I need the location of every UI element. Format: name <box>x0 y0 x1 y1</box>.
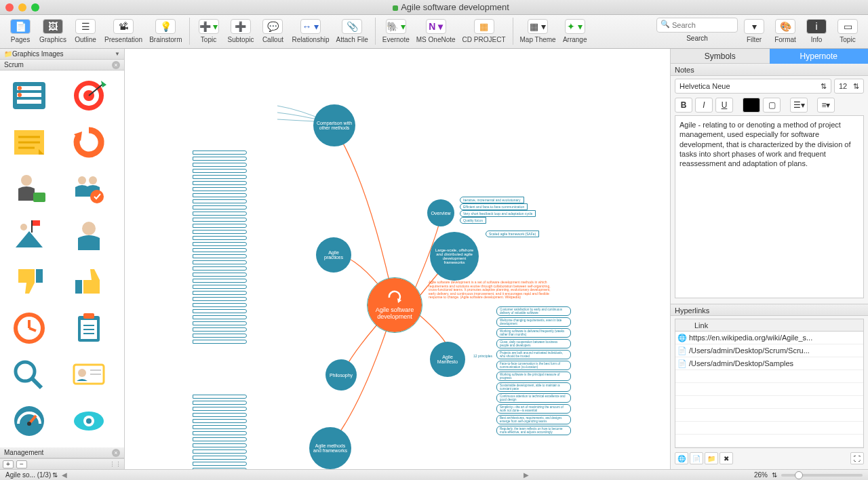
text-color-button[interactable] <box>743 98 760 113</box>
leaf-item[interactable] <box>193 449 247 454</box>
outline-button[interactable]: ☰Outline <box>71 18 100 45</box>
close-window-button[interactable] <box>5 3 14 12</box>
leaf-item[interactable] <box>193 273 247 277</box>
leaf-item[interactable] <box>193 199 247 203</box>
page-indicator[interactable]: Agile so... (1/3) <box>5 471 51 479</box>
manifesto-item[interactable]: Regularly, the team reflects on how to b… <box>496 426 571 435</box>
management-section[interactable]: Management× <box>0 447 124 458</box>
presentation-button[interactable]: 📽Presentation <box>102 18 145 45</box>
link-web-button[interactable]: 🌐 <box>675 452 688 464</box>
fill-color-button[interactable]: ▢ <box>763 98 781 113</box>
graphics-button[interactable]: 🖼Graphics <box>37 18 69 45</box>
link-folder-button[interactable]: 📁 <box>705 452 718 464</box>
checklist-icon[interactable] <box>5 76 53 115</box>
manifesto-item[interactable]: Welcome changing requirements, even in l… <box>496 317 571 327</box>
leaf-item[interactable] <box>193 468 247 469</box>
leaf-item[interactable] <box>193 303 247 307</box>
list-button[interactable]: ☰▾ <box>790 98 808 113</box>
leaf-item[interactable] <box>193 230 247 234</box>
arrange-button[interactable]: ✦ ▾Arrange <box>560 18 590 45</box>
largescale-node[interactable]: Large-scale, offshore and distributed ag… <box>430 232 479 281</box>
leaf-item[interactable] <box>193 163 247 167</box>
overview-item[interactable]: Efficient and face-to-face communication <box>460 203 528 210</box>
leaf-item[interactable] <box>193 456 247 460</box>
thumbs-down-icon[interactable] <box>5 262 53 301</box>
link-file-button[interactable]: 📄 <box>690 452 703 464</box>
manifesto-item[interactable]: Face-to-face conversation is the best fo… <box>496 361 571 370</box>
user-icon[interactable] <box>65 216 113 255</box>
leaf-item[interactable] <box>193 212 247 216</box>
clipboard-icon[interactable] <box>65 308 113 348</box>
leaf-item[interactable] <box>193 205 247 209</box>
sticky-note-icon[interactable] <box>5 123 53 162</box>
scrum-section[interactable]: Scrum× <box>0 60 124 71</box>
leaf-item[interactable] <box>193 242 247 246</box>
manifesto-item[interactable]: Projects are built around motivated indi… <box>496 350 571 359</box>
close-section-icon[interactable]: × <box>112 449 120 457</box>
leaf-item[interactable] <box>193 218 247 222</box>
leaf-item[interactable] <box>193 401 247 405</box>
maptheme-button[interactable]: ▦ ▾Map Theme <box>517 18 559 45</box>
evernote-button[interactable]: 🐘 ▾Evernote <box>380 18 412 45</box>
leaf-item[interactable] <box>193 297 247 301</box>
font-select[interactable]: Helvetica Neue⇅ <box>675 79 831 94</box>
brainstorm-button[interactable]: 💡Brainstorm <box>146 18 184 45</box>
hypernote-tab[interactable]: Hypernote <box>770 49 869 64</box>
leaf-item[interactable] <box>193 395 247 399</box>
link-expand-button[interactable]: ⛶ <box>850 452 864 464</box>
leaf-item[interactable] <box>193 169 247 173</box>
close-section-icon[interactable]: × <box>112 61 120 69</box>
leaf-item[interactable] <box>193 260 247 264</box>
target-icon[interactable] <box>65 76 113 115</box>
subtopic-button[interactable]: ➕Subtopic <box>225 18 257 45</box>
leaf-item[interactable] <box>193 340 247 344</box>
leaf-item[interactable] <box>193 315 247 319</box>
align-button[interactable]: ≡▾ <box>817 98 835 113</box>
leaf-item[interactable] <box>193 425 247 429</box>
overview-item[interactable]: Iterative, incremental and evolutionary <box>460 197 524 203</box>
manifesto-item[interactable]: Best architectures, requirements, and de… <box>496 415 571 424</box>
businessman-money-icon[interactable] <box>5 169 53 208</box>
overview-node[interactable]: Overview <box>427 199 454 226</box>
format-button[interactable]: 🎨Format <box>770 18 800 45</box>
practices-node[interactable]: Agile practices <box>316 237 351 273</box>
leaf-item[interactable] <box>193 254 247 258</box>
leaf-item[interactable] <box>193 193 247 197</box>
prev-page-icon[interactable]: ◀ <box>62 471 67 479</box>
manifesto-item[interactable]: Customer satisfaction by early and conti… <box>496 306 571 316</box>
pages-button[interactable]: 📄Pages <box>5 18 35 45</box>
leaf-item[interactable] <box>193 285 247 289</box>
topic-panel-button[interactable]: ▭Topic <box>833 18 863 45</box>
magnifier-icon[interactable] <box>5 355 53 394</box>
eye-icon[interactable] <box>65 401 113 441</box>
leaf-item[interactable] <box>193 187 247 191</box>
minimize-window-button[interactable] <box>18 3 26 12</box>
leaf-item[interactable] <box>193 291 247 295</box>
italic-button[interactable]: I <box>695 98 713 113</box>
cycle-icon[interactable] <box>65 123 113 162</box>
manifesto-item[interactable]: Continuous attention to technical excell… <box>496 393 571 403</box>
link-row[interactable]: 📄/Users/admin/Desktop/Samples <box>675 357 863 370</box>
leaf-item[interactable] <box>193 266 247 271</box>
relationship-button[interactable]: ↔ ▾Relationship <box>289 18 332 45</box>
manifesto-node[interactable]: Agile Manifesto <box>430 342 465 377</box>
underline-button[interactable]: U <box>715 98 733 113</box>
leaf-item[interactable] <box>193 413 247 417</box>
leaf-item[interactable] <box>193 175 247 179</box>
zoom-slider[interactable] <box>781 474 863 477</box>
link-row[interactable]: 🌐https://en.wikipedia.org/wiki/Agile_s..… <box>675 332 863 344</box>
resize-handle[interactable]: ⋮⋮ <box>109 461 121 468</box>
remove-button[interactable]: − <box>16 460 27 468</box>
leaf-item[interactable] <box>193 151 247 155</box>
cdproject-button[interactable]: ▦CD PROJECT <box>460 18 509 45</box>
leaf-item[interactable] <box>193 224 247 228</box>
bold-button[interactable]: B <box>675 98 692 113</box>
attach-file-button[interactable]: 📎Attach File <box>334 18 371 45</box>
font-size-select[interactable]: 12⇅ <box>834 79 864 94</box>
philosophy-node[interactable]: Philosophy <box>326 359 357 391</box>
leaf-item[interactable] <box>193 327 247 332</box>
leaf-item[interactable] <box>193 248 247 252</box>
center-topic[interactable]: Agile software development <box>368 278 422 332</box>
manifesto-item[interactable]: Working software is delivered frequently… <box>496 328 571 338</box>
add-button[interactable]: + <box>3 460 14 468</box>
